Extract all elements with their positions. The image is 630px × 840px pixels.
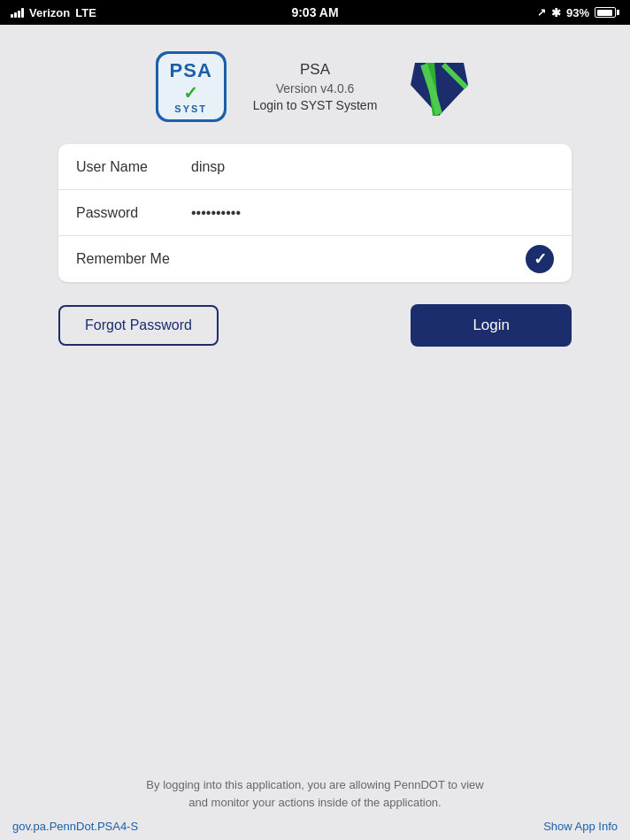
login-button[interactable]: Login: [411, 304, 572, 347]
login-card: User Name Password Remember Me: [58, 144, 572, 282]
app-login-text: Login to SYST System: [253, 98, 378, 112]
time-label: 9:03 AM: [291, 5, 338, 19]
password-label: Password: [76, 205, 191, 221]
password-row: Password: [58, 190, 572, 236]
status-right: ↗ ✱ 93%: [537, 6, 619, 19]
carrier-label: Verizon: [29, 6, 70, 19]
footer-left-text: gov.pa.PennDot.PSA4-S: [12, 820, 138, 833]
username-row: User Name: [58, 144, 572, 190]
remember-me-checkbox[interactable]: [526, 245, 554, 273]
status-left: Verizon LTE: [11, 6, 96, 19]
username-input[interactable]: [191, 159, 554, 175]
psa-logo: PSA ✓ SYST: [156, 51, 227, 122]
app-version: Version v4.0.6: [253, 81, 378, 95]
signal-icon: [11, 7, 24, 18]
battery-icon: [595, 7, 619, 18]
username-label: User Name: [76, 159, 191, 175]
forgot-password-button[interactable]: Forgot Password: [58, 305, 219, 346]
status-bar: Verizon LTE 9:03 AM ↗ ✱ 93%: [0, 0, 630, 25]
show-app-info-link[interactable]: Show App Info: [543, 820, 618, 833]
penndot-logo: [403, 51, 474, 122]
bluetooth-icon: ✱: [551, 6, 561, 19]
network-type-label: LTE: [75, 6, 96, 19]
app-info: PSA Version v4.0.6 Login to SYST System: [253, 61, 378, 112]
app-name: PSA: [253, 61, 378, 79]
psa-syst-label: SYST: [174, 103, 207, 114]
battery-percent: 93%: [566, 6, 589, 19]
password-input[interactable]: [191, 205, 554, 221]
remember-me-row: Remember Me: [58, 236, 572, 282]
remember-me-label: Remember Me: [76, 251, 191, 267]
location-icon: ↗: [537, 6, 546, 19]
footer-disclaimer: By logging into this application, you ar…: [146, 776, 483, 811]
buttons-row: Forgot Password Login: [58, 304, 572, 347]
main-content: PSA ✓ SYST PSA Version v4.0.6 Login to S…: [0, 25, 630, 840]
app-header: PSA ✓ SYST PSA Version v4.0.6 Login to S…: [156, 51, 475, 122]
psa-logo-text: PSA: [170, 59, 212, 82]
psa-checkmark-icon: ✓: [183, 82, 198, 103]
